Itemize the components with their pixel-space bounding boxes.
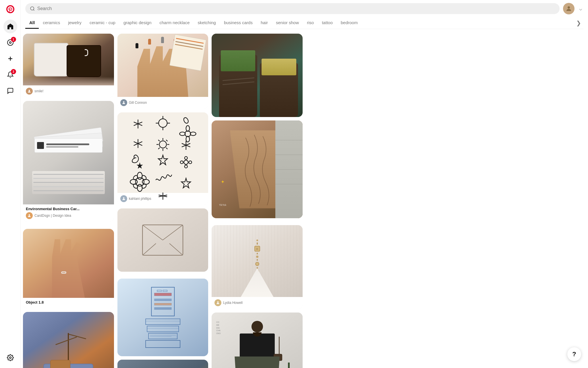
sidebar-item-create[interactable] [3,52,17,66]
pin-card[interactable]: 0:32 TikTok [117,360,208,368]
dropdown-arrow[interactable]: ⌵ [578,4,583,13]
pin-card[interactable]: CERA Home Decor [23,312,114,368]
tab-sketching[interactable]: sketching [194,17,220,29]
author-name: smile! [34,89,43,93]
svg-point-21 [185,131,191,137]
tab-senior-show[interactable]: senior show [272,17,303,29]
pinterest-logo[interactable] [5,3,16,15]
pin-card[interactable]: Environmental Business Car... CardDsgn |… [23,101,114,222]
tab-graphic-design[interactable]: graphic design [119,17,156,29]
svg-line-37 [166,140,167,141]
help-icon: ? [572,350,576,358]
author-name: CardDsgn | Design Idea [34,214,71,218]
svg-rect-69 [154,299,171,301]
sidebar-item-settings[interactable] [3,351,17,365]
svg-line-34 [158,140,160,141]
nav-scroll-right[interactable]: ❯ [574,17,583,29]
pin-card[interactable]: Gill Connon [117,34,208,109]
tab-bedroom[interactable]: bedroom [337,17,362,29]
svg-point-29 [159,141,167,148]
pin-footer: Gill Connon [117,97,208,109]
pin-card[interactable]: kahlani phillips [117,112,208,205]
tab-all[interactable]: All [25,17,39,29]
pin-author: Gill Connon [120,99,206,106]
explore-badge: 1 [11,37,16,42]
pin-card[interactable]: ◎ Lydia [212,225,303,309]
svg-line-65 [143,244,156,255]
svg-rect-73 [163,290,167,292]
pin-title: Object 1.8 [26,300,111,304]
header-top: ⌵ [25,3,583,14]
svg-rect-74 [146,319,180,325]
svg-rect-72 [157,290,161,292]
pin-footer: Lydia Howell [212,297,303,309]
pin-card[interactable]: · · · · · · [212,34,303,117]
tab-ceramic-cup[interactable]: ceramic - cup [86,17,119,29]
pin-card[interactable]: smile! [23,34,114,97]
pin-card[interactable] [117,279,208,356]
sidebar-item-explore[interactable]: 1 [3,36,17,49]
pin-author: smile! [26,88,111,95]
svg-point-9 [29,90,30,91]
svg-point-12 [123,101,124,103]
pin-footer: Environmental Business Car... CardDsgn |… [23,204,114,222]
svg-line-7 [33,9,34,10]
svg-point-10 [29,214,30,216]
nav-tabs: All ceramics jewelry ceramic - cup graph… [25,17,583,29]
author-avatar [214,299,221,306]
help-button[interactable]: ? [567,347,581,361]
main-content: ⌵ All ceramics jewelry ceramic - cup gra… [21,0,588,368]
svg-marker-56 [181,178,190,188]
search-input[interactable] [37,6,555,11]
svg-point-23 [186,136,189,142]
author-name: Gill Connon [129,101,147,105]
header: ⌵ All ceramics jewelry ceramic - cup gra… [21,0,588,29]
pin-card[interactable]: Object 1.8 [23,229,114,308]
sidebar-item-home[interactable] [3,20,17,33]
pin-author: Lydia Howell [214,299,300,306]
sidebar: 1 3 [0,0,21,368]
svg-rect-71 [154,307,171,310]
pin-footer: smile! [23,85,114,97]
svg-point-44 [185,165,187,168]
search-bar[interactable] [25,3,560,14]
author-avatar [26,212,33,219]
svg-marker-41 [158,155,167,165]
svg-point-6 [30,7,34,10]
svg-point-24 [179,132,185,135]
tab-charm-necklace[interactable]: charm necklace [155,17,194,29]
svg-rect-75 [147,326,179,332]
pin-card[interactable]: COMEDIACHAONS Mah [212,313,303,368]
pin-title: Environmental Business Car... [26,207,111,211]
tab-ceramics[interactable]: ceramics [39,17,64,29]
search-icon [30,6,35,11]
tab-riso[interactable]: riso [303,17,318,29]
svg-point-25 [190,132,196,135]
pin-card[interactable] [117,208,208,272]
tab-jewelry[interactable]: jewelry [64,17,86,29]
svg-point-48 [137,172,142,179]
svg-point-43 [185,157,187,160]
author-avatar [26,88,33,95]
svg-line-35 [166,148,167,149]
tab-tattoo[interactable]: tattoo [318,17,337,29]
pin-grid: smile! [21,29,588,368]
svg-point-2 [9,42,11,43]
svg-rect-68 [154,293,171,296]
sidebar-item-notifications[interactable]: 3 [3,68,17,82]
svg-rect-77 [146,340,180,348]
pin-card[interactable]: 0:13 [212,120,303,218]
svg-point-51 [142,179,149,184]
pin-footer: Object 1.8 [23,298,114,308]
svg-point-50 [130,179,137,184]
author-name: Lydia Howell [223,301,243,305]
svg-rect-70 [154,303,171,305]
user-avatar[interactable] [563,3,575,14]
sidebar-item-messages[interactable] [3,84,17,98]
svg-marker-60 [136,162,143,168]
svg-point-45 [180,161,183,164]
svg-point-83 [217,301,219,303]
tab-hair[interactable]: hair [257,17,272,29]
tab-business-cards[interactable]: business cards [220,17,257,29]
svg-line-63 [143,225,163,240]
